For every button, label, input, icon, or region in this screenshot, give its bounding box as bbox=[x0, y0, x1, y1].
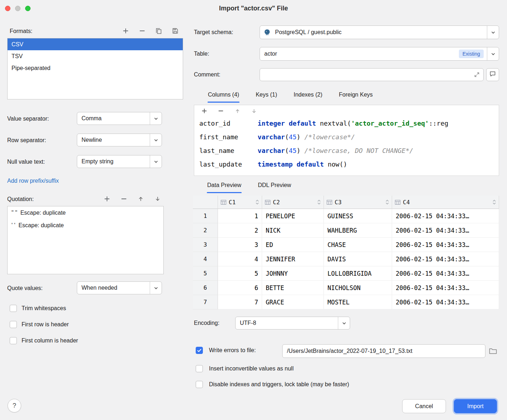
remove-column-button[interactable] bbox=[217, 107, 224, 115]
row-number-cell[interactable]: 2 bbox=[193, 223, 218, 238]
data-cell[interactable]: NICHOLSON bbox=[324, 281, 392, 295]
data-cell[interactable]: MOSTEL bbox=[324, 295, 392, 309]
disable-indexes-checkbox[interactable] bbox=[196, 381, 203, 388]
target-schema-select[interactable]: PostgreSQL / guest.public bbox=[260, 25, 499, 39]
chevron-down-icon[interactable] bbox=[487, 26, 499, 39]
move-up-icon[interactable] bbox=[234, 107, 241, 115]
add-row-prefix-suffix-link[interactable]: Add row prefix/suffix bbox=[7, 178, 59, 184]
encoding-select[interactable]: UTF-8 bbox=[235, 317, 350, 330]
sort-icon[interactable] bbox=[317, 200, 321, 205]
duplicate-format-icon[interactable] bbox=[155, 27, 162, 34]
browse-folder-button[interactable] bbox=[488, 347, 498, 355]
row-number-cell[interactable]: 1 bbox=[193, 209, 218, 223]
chevron-down-icon[interactable] bbox=[150, 282, 162, 294]
column-header-c4[interactable]: C4 bbox=[392, 196, 499, 209]
data-cell[interactable]: JOHNNY bbox=[262, 266, 324, 281]
tab-ddl-preview[interactable]: DDL Preview bbox=[257, 179, 292, 193]
chevron-down-icon[interactable] bbox=[150, 112, 162, 125]
grid-corner-cell[interactable] bbox=[193, 196, 218, 209]
data-cell[interactable]: DAVIS bbox=[324, 252, 392, 266]
tab-data-preview[interactable]: Data Preview bbox=[207, 179, 242, 193]
add-column-button[interactable] bbox=[201, 107, 208, 115]
data-cell[interactable]: 1 bbox=[218, 209, 262, 223]
add-format-button[interactable] bbox=[122, 27, 129, 34]
first-row-is-header-checkbox[interactable] bbox=[10, 321, 17, 328]
row-number-cell[interactable]: 4 bbox=[193, 252, 218, 266]
tab-indexes-2[interactable]: Indexes (2) bbox=[293, 88, 323, 103]
sort-icon[interactable] bbox=[386, 200, 389, 205]
data-cell[interactable]: 2006-02-15 04:34:33… bbox=[392, 295, 499, 309]
insert-null-checkbox[interactable] bbox=[196, 365, 203, 372]
column-header-c1[interactable]: C1 bbox=[218, 196, 262, 209]
sort-icon[interactable] bbox=[256, 200, 259, 205]
column-header-c3[interactable]: C3 bbox=[324, 196, 392, 209]
move-down-icon[interactable] bbox=[250, 107, 257, 115]
format-item-csv[interactable]: CSV bbox=[8, 38, 183, 50]
quotation-item-0[interactable]: " " Escape: duplicate bbox=[8, 206, 163, 219]
sort-icon[interactable] bbox=[493, 200, 496, 205]
move-down-icon[interactable] bbox=[154, 195, 161, 202]
data-cell[interactable]: 5 bbox=[218, 266, 262, 281]
column-definition-line-1[interactable]: first_name varchar(45) /*lowercase*/ bbox=[199, 130, 499, 144]
data-cell[interactable]: 7 bbox=[218, 295, 262, 309]
add-quotation-button[interactable] bbox=[103, 195, 111, 202]
move-up-icon[interactable] bbox=[137, 195, 144, 202]
format-item-pipe-separated[interactable]: Pipe-separated bbox=[8, 62, 183, 74]
comment-history-button[interactable] bbox=[486, 68, 499, 81]
row-separator-select[interactable]: Newline bbox=[77, 134, 162, 146]
save-format-icon[interactable] bbox=[172, 27, 179, 34]
data-cell[interactable]: 6 bbox=[218, 281, 262, 295]
remove-format-button[interactable] bbox=[139, 27, 146, 34]
data-cell[interactable]: 2006-02-15 04:34:33… bbox=[392, 223, 499, 238]
table-select[interactable]: actor Existing bbox=[260, 47, 499, 61]
chevron-down-icon[interactable] bbox=[150, 134, 162, 146]
data-cell[interactable]: CHASE bbox=[324, 238, 392, 252]
tab-foreign-keys[interactable]: Foreign Keys bbox=[339, 88, 373, 103]
data-cell[interactable]: LOLLOBRIGIDA bbox=[324, 266, 392, 281]
data-cell[interactable]: GUINESS bbox=[324, 209, 392, 223]
write-errors-checkbox[interactable] bbox=[196, 347, 203, 354]
column-definition-line-0[interactable]: actor_id integer default nextval('actor_… bbox=[199, 117, 499, 130]
cancel-button[interactable]: Cancel bbox=[402, 399, 446, 413]
remove-quotation-button[interactable] bbox=[120, 195, 127, 202]
data-cell[interactable]: 2006-02-15 04:34:33… bbox=[392, 252, 499, 266]
column-header-c2[interactable]: C2 bbox=[262, 196, 324, 209]
data-cell[interactable]: PENELOPE bbox=[262, 209, 324, 223]
data-cell[interactable]: 2006-02-15 04:34:33… bbox=[392, 266, 499, 281]
tab-keys-1[interactable]: Keys (1) bbox=[255, 88, 278, 103]
expand-icon[interactable] bbox=[473, 71, 480, 78]
trim-whitespaces-checkbox[interactable] bbox=[10, 305, 17, 312]
data-cell[interactable]: WAHLBERG bbox=[324, 223, 392, 238]
null-value-text-select[interactable]: Empty string bbox=[77, 155, 162, 168]
error-file-input[interactable] bbox=[283, 348, 485, 354]
data-cell[interactable]: ED bbox=[262, 238, 324, 252]
data-cell[interactable]: 4 bbox=[218, 252, 262, 266]
import-button[interactable]: Import bbox=[454, 399, 497, 413]
comment-input[interactable] bbox=[260, 71, 473, 78]
chevron-down-icon[interactable] bbox=[487, 47, 499, 60]
column-definition-line-3[interactable]: last_update timestamp default now() bbox=[199, 158, 499, 171]
row-number-cell[interactable]: 7 bbox=[193, 295, 218, 309]
help-button[interactable]: ? bbox=[8, 399, 21, 412]
value-separator-select[interactable]: Comma bbox=[77, 112, 162, 125]
quote-values-select[interactable]: When needed bbox=[77, 281, 162, 294]
data-cell[interactable]: NICK bbox=[262, 223, 324, 238]
chevron-down-icon[interactable] bbox=[338, 317, 350, 329]
first-column-is-header-checkbox[interactable] bbox=[10, 337, 17, 344]
format-item-tsv[interactable]: TSV bbox=[8, 50, 183, 62]
row-number-cell[interactable]: 5 bbox=[193, 266, 218, 281]
data-cell[interactable]: 2006-02-15 04:34:33… bbox=[392, 281, 499, 295]
data-cell[interactable]: 2006-02-15 04:34:33… bbox=[392, 209, 499, 223]
data-cell[interactable]: 2 bbox=[218, 223, 262, 238]
row-number-cell[interactable]: 3 bbox=[193, 238, 218, 252]
data-cell[interactable]: 3 bbox=[218, 238, 262, 252]
quotation-item-1[interactable]: ' ' Escape: duplicate bbox=[8, 219, 163, 232]
data-cell[interactable]: GRACE bbox=[262, 295, 324, 309]
data-cell[interactable]: BETTE bbox=[262, 281, 324, 295]
data-cell[interactable]: JENNIFER bbox=[262, 252, 324, 266]
data-cell[interactable]: 2006-02-15 04:34:33… bbox=[392, 238, 499, 252]
chevron-down-icon[interactable] bbox=[150, 155, 162, 168]
column-definition-line-2[interactable]: last_name varchar(45) /*lowercase, DO NO… bbox=[199, 144, 499, 158]
row-number-cell[interactable]: 6 bbox=[193, 281, 218, 295]
tab-columns-4[interactable]: Columns (4) bbox=[208, 88, 239, 103]
